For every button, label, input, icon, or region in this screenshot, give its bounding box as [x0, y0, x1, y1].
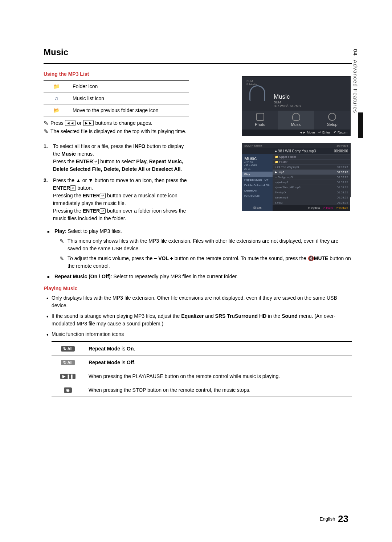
ui-screenshot-media-home: SUM P Media Music SUM 307.2MB/973.7MB Ph… — [242, 76, 351, 136]
music-list-icon: ♫ — [44, 93, 69, 104]
feature-play: Play: Select to play MP3 files. This men… — [44, 227, 352, 270]
icon-label: Move to the previous folder stage icon — [69, 104, 189, 116]
now-playing-bar: ● 98 I Will Carry You.mp3 00:00:00 — [242, 148, 350, 154]
bullet-item: If the sound is strange when playing MP3… — [44, 312, 352, 328]
list-item[interactable]: eyjad.mp300:03:25 — [273, 180, 350, 185]
headphone-icon — [249, 85, 265, 101]
return-hint: ↶ Return — [334, 131, 347, 134]
tab-photo[interactable]: Photo — [242, 111, 278, 130]
enter-icon: ↵ — [100, 208, 106, 214]
menu-delete-all[interactable]: Delete All — [242, 188, 273, 193]
move-hint: ◄► Move — [299, 131, 315, 134]
playing-music-bullets: Only displays files with the MP3 file ex… — [44, 294, 352, 338]
page: 04 Advanced Features Music Using the MP3… — [0, 0, 392, 542]
ui-screenshot-music-list: SUM P Media 1/6 Page ● 98 I Will Carry Y… — [242, 143, 351, 197]
list-item[interactable]: joeve.mp300:03:25 — [273, 195, 350, 200]
music-icon — [292, 113, 300, 121]
feature-play-notes: This menu only shows files with the MP3 … — [54, 237, 352, 270]
tab-music[interactable]: Music — [278, 111, 314, 130]
enter-icon: ↵ — [93, 159, 99, 164]
rewind-icon: ◄◄ — [65, 120, 76, 126]
note-item: This menu only shows files with the MP3 … — [54, 237, 352, 252]
note-icon: ✎ — [44, 129, 48, 135]
subheading-playing-music: Playing Music — [44, 286, 352, 291]
enter-icon: ↵ — [70, 185, 76, 191]
list-item[interactable]: TwvispD00:03:25 — [273, 190, 350, 195]
step-1: To select all files or a file, press the… — [44, 143, 191, 173]
icon-label: Music list icon — [69, 93, 189, 104]
up-folder-icon: 📂 — [44, 104, 69, 116]
list-item[interactable]: 📁 Upper Folder — [273, 154, 350, 159]
list-item[interactable]: ajove This_MD.mp300:03:25 — [273, 185, 350, 190]
icon-label: Folder icon — [69, 80, 189, 93]
list-item[interactable]: 📁 Folder — [273, 159, 350, 164]
storage-size: 307.2MB/973.7MB — [274, 104, 346, 108]
return-hint: ↶ Return — [336, 206, 348, 210]
bullet-item: Music function information icons — [44, 330, 352, 338]
tab-setup[interactable]: Setup — [314, 111, 350, 130]
list-header: SUM P Media 1/6 Page — [242, 143, 350, 148]
list-item[interactable]: ar 5-alga.mp300:03:25 — [273, 174, 350, 180]
repeat-off-icon: ↻ All — [52, 356, 84, 369]
steps-list: To select all files or a file, press the… — [44, 143, 191, 222]
menu-play[interactable]: Play — [242, 172, 273, 177]
list-item-selected[interactable]: ▶ .mp300:03:25 — [273, 169, 350, 174]
menu-deselect-all[interactable]: Deselect All — [242, 193, 273, 199]
context-menu-panel: Music 4.26.08 Jun 1 2010 2 / 31 Play Rep… — [242, 154, 273, 205]
enter-hint: ↵ Enter — [323, 206, 333, 210]
footer-lang: English — [320, 516, 335, 522]
exit-hint: ⊟ Exit — [242, 205, 273, 211]
panel-count: 2 / 31 — [242, 168, 273, 172]
footer-bar: ⊟ Exit ⊟ Option ↵ Enter ↶ Return — [242, 205, 350, 211]
panel-title: Music — [242, 154, 273, 161]
table-row: ◉ When pressing the STOP button on the r… — [52, 383, 352, 397]
page-number: 23 — [338, 513, 348, 524]
menu-delete-selected[interactable]: Delete Selected File — [242, 182, 273, 188]
table-row: 📂 Move to the previous folder stage icon — [44, 104, 189, 116]
note-item: To adjust the music volume, press the − … — [54, 255, 352, 270]
table-row: 📁 Folder icon — [44, 80, 189, 93]
storage-label: SUM — [274, 100, 346, 104]
media-tabs: Photo Music Setup — [242, 111, 350, 130]
list-item[interactable]: s.mp300:03:25 — [273, 200, 350, 205]
photo-icon — [256, 113, 264, 121]
gear-icon — [328, 113, 336, 121]
fastforward-icon: ►► — [83, 120, 94, 126]
step-2: Press the ▲ or ▼ button to move to an ic… — [44, 177, 191, 222]
feature-repeat: Repeat Music (On / Off): Select to repea… — [44, 273, 352, 280]
chapter-number: 04 — [352, 49, 359, 56]
chapter-sidebar: 04 Advanced Features — [352, 49, 359, 113]
table-row: ♫ Music list icon — [44, 93, 189, 104]
note-selected-file: ✎ The selected file is displayed on the … — [44, 128, 191, 135]
table-row: ▶ ❚❚ When pressing the PLAY/PAUSE button… — [52, 369, 352, 383]
panel-date: 4.26.08 Jun 1 2010 — [242, 161, 273, 168]
section-title: Music — [44, 47, 352, 57]
stop-icon: ◉ — [52, 383, 84, 397]
menu-repeat[interactable]: Repeat Music Off — [242, 177, 273, 182]
list-item[interactable]: ♪ 24 The Way.mp300:03:25 — [273, 164, 350, 169]
icon-legend-table: 📁 Folder icon ♫ Music list icon 📂 Move t… — [44, 80, 189, 116]
mute-icon: 🔇 — [308, 255, 314, 261]
source-label: SUM P Media — [246, 79, 346, 86]
enter-hint: ↵ Enter — [318, 131, 330, 134]
context-menu: Play Repeat Music Off Delete Selected Fi… — [242, 172, 273, 205]
bullet-item: Only displays files with the MP3 file ex… — [44, 294, 352, 309]
feature-list: Play: Select to play MP3 files. This men… — [44, 227, 352, 280]
table-row: ↻ All Repeat Mode is Off. — [52, 356, 352, 369]
chapter-title: Advanced Features — [352, 60, 359, 113]
footer-bar: ◄► Move ↵ Enter ↶ Return — [242, 130, 350, 136]
divider — [44, 63, 352, 64]
media-title: Music — [274, 93, 346, 100]
table-row: ↻ All Repeat Mode is On. — [52, 341, 352, 356]
info-icon-table: ↻ All Repeat Mode is On. ↻ All Repeat Mo… — [52, 341, 352, 397]
folder-icon: 📁 — [44, 80, 69, 93]
enter-icon: ↵ — [100, 193, 106, 198]
note-change-pages: ✎ Press ◄◄ or ►► buttons to change pages… — [44, 120, 191, 126]
option-hint: ⊟ Option — [308, 206, 320, 210]
page-footer: English 23 — [320, 513, 348, 525]
subheading-mp3-list: Using the MP3 List — [44, 71, 191, 77]
note-icon: ✎ — [44, 120, 48, 126]
play-pause-icon: ▶ ❚❚ — [52, 369, 84, 383]
edge-tab — [358, 112, 363, 138]
file-list: 📁 Upper Folder 📁 Folder ♪ 24 The Way.mp3… — [273, 154, 350, 205]
